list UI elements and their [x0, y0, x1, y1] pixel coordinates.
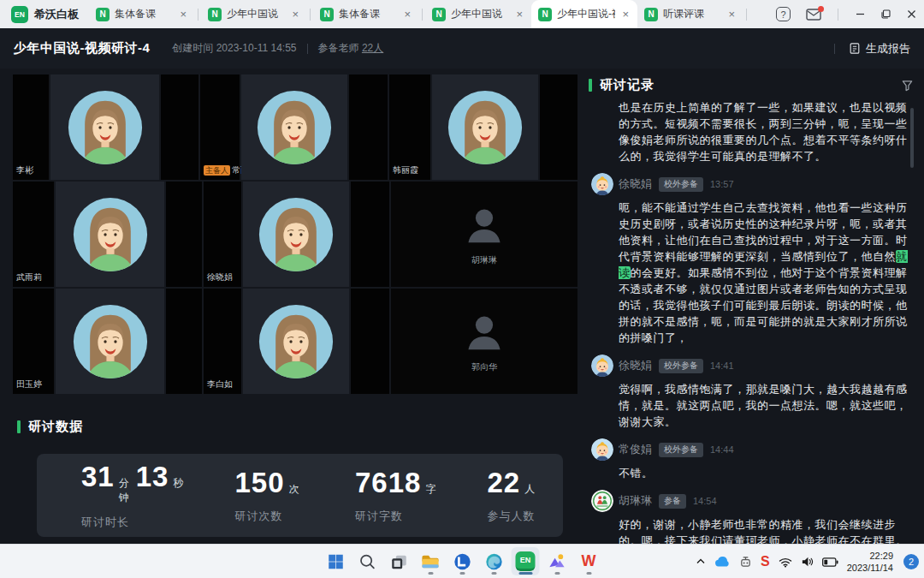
participant-name: 韩丽霞: [393, 164, 418, 176]
stat-unit: 字: [425, 482, 435, 497]
tab-close-icon[interactable]: ×: [290, 8, 300, 21]
participant-name: 胡琳琳: [471, 254, 497, 266]
tab-close-icon[interactable]: ×: [178, 8, 188, 21]
stat-label: 参与人数: [487, 509, 563, 524]
clock[interactable]: 22:29 2023/11/14: [847, 550, 893, 575]
help-icon[interactable]: ?: [776, 7, 791, 21]
video-tile-camera[interactable]: 徐晓娟: [204, 182, 241, 287]
tab-label: 集体备课: [115, 7, 173, 21]
video-tile-camera[interactable]: [166, 289, 202, 394]
message-author: 徐晓娟: [619, 358, 652, 373]
start-taskbar-icon[interactable]: [322, 547, 350, 575]
battery-icon[interactable]: [822, 557, 838, 567]
video-tile-camera[interactable]: [161, 74, 198, 180]
role-badge: 校外参备: [659, 177, 703, 192]
video-tile-camera[interactable]: 田玉婷: [13, 289, 54, 394]
tab-close-icon[interactable]: ×: [514, 8, 524, 21]
photos-app-taskbar-icon[interactable]: [543, 547, 572, 575]
video-tile-avatar[interactable]: [243, 182, 349, 287]
name-text: 武雨莉: [16, 271, 42, 283]
tab-少年中国说[interactable]: N少年中国说×: [201, 0, 307, 28]
video-row: 武雨莉徐晓娟胡琳琳: [13, 182, 578, 287]
volume-icon[interactable]: [801, 556, 814, 568]
tray-expand-icon[interactable]: [696, 557, 706, 567]
stat-label: 研讨次数: [234, 509, 311, 524]
search-taskbar-icon[interactable]: [353, 547, 382, 575]
file-explorer-taskbar-icon[interactable]: [417, 547, 445, 575]
wps-office-taskbar-icon[interactable]: W: [575, 547, 603, 575]
close-button[interactable]: [898, 0, 924, 28]
edge-taskbar-icon[interactable]: [480, 547, 508, 575]
video-tile-avatar[interactable]: [56, 182, 164, 287]
role-badge: 参备: [659, 494, 686, 509]
filter-icon[interactable]: [901, 79, 914, 92]
app-brand[interactable]: EN 希沃白板: [0, 6, 89, 23]
cloud-drive-icon[interactable]: [714, 556, 731, 568]
participant-name: 郭向华: [471, 361, 497, 373]
sogou-input-icon[interactable]: S: [761, 554, 770, 569]
video-tile-avatar[interactable]: [50, 74, 159, 180]
tab-divider: [310, 9, 311, 21]
mail-icon[interactable]: [806, 9, 821, 21]
tab-close-icon[interactable]: ×: [620, 8, 631, 21]
tab-集体备课[interactable]: N集体备课×: [313, 0, 419, 28]
video-tile-avatar[interactable]: [432, 74, 538, 180]
notification-badge[interactable]: 2: [903, 554, 919, 569]
stats-card: 31分钟13秒研讨时长150次研讨次数7618字研讨字数22人参与人数: [37, 454, 563, 537]
video-tile-camera[interactable]: [351, 289, 389, 394]
video-tile-camera[interactable]: [540, 74, 578, 180]
stat-label: 研讨时长: [81, 515, 190, 530]
clock-date: 2023/11/14: [847, 562, 893, 574]
host-badge: 主备人: [204, 165, 230, 176]
running-indicator: [428, 572, 433, 575]
video-tile-avatar[interactable]: [243, 289, 349, 394]
stat-item: 31分钟13秒研讨时长: [37, 461, 190, 530]
user-avatar: [591, 355, 613, 377]
video-tile-camera[interactable]: [351, 182, 389, 287]
video-tile-camera[interactable]: 李白如: [204, 289, 241, 394]
video-tile-camera[interactable]: [349, 74, 388, 180]
name-text: 李白如: [207, 378, 233, 390]
video-tile-camera[interactable]: 主备人常丽霞: [200, 74, 240, 180]
maximize-button[interactable]: [873, 0, 898, 28]
stat-number: 31: [81, 461, 115, 493]
stat-value: 150次: [234, 467, 311, 499]
video-tile-avatar[interactable]: [56, 289, 164, 394]
participants-meta: 参备老师 22人: [318, 41, 384, 56]
tab-favicon-icon: N: [208, 8, 222, 21]
tab-集体备课[interactable]: N集体备课×: [89, 0, 195, 28]
lenovo-app-taskbar-icon[interactable]: [448, 547, 477, 575]
video-tile-avatar[interactable]: [241, 74, 347, 180]
video-tile-camera[interactable]: 李彬: [13, 74, 49, 180]
video-tile-camera[interactable]: [166, 182, 202, 287]
wifi-icon[interactable]: [779, 557, 792, 568]
name-text: 李彬: [16, 164, 33, 176]
tab-favicon-icon: N: [644, 8, 658, 21]
tab-少年中国说-视...[interactable]: N少年中国说-视...×: [531, 0, 637, 28]
message-text: 呃，能不能通过学生自己去查找资料，他也看一些这种历史历史剧呀，或者说历史性的这种…: [619, 200, 914, 346]
seewo-whiteboard-taskbar-icon[interactable]: EN: [512, 547, 540, 575]
video-tile-camera[interactable]: 韩丽霞: [389, 74, 430, 180]
video-tile-offline[interactable]: 胡琳琳: [391, 182, 578, 287]
video-row: 李彬主备人常丽霞韩丽霞: [13, 74, 578, 180]
wps-icon: W: [582, 552, 596, 570]
seewo-logo-icon: EN: [11, 6, 28, 23]
task-view-taskbar-icon[interactable]: [385, 547, 413, 575]
remote-tool-icon[interactable]: [739, 556, 752, 569]
generate-report-button[interactable]: 生成报告: [849, 41, 910, 57]
tab-close-icon[interactable]: ×: [726, 8, 737, 21]
tab-听课评课[interactable]: N听课评课×: [637, 0, 743, 28]
tab-divider: [422, 9, 423, 21]
video-tile-camera[interactable]: 武雨莉: [13, 182, 54, 287]
video-tile-offline[interactable]: 郭向华: [391, 289, 578, 394]
message-body: 常俊娟校外参备14:44不错。: [619, 438, 914, 481]
minimize-button[interactable]: [847, 0, 873, 28]
tab-少年中国说[interactable]: N少年中国说×: [425, 0, 531, 28]
participants-count-link[interactable]: 22人: [362, 42, 383, 54]
green-bar: [589, 79, 592, 92]
tab-close-icon[interactable]: ×: [402, 8, 412, 21]
divider: [834, 44, 835, 54]
stat-value: 31分钟13秒: [81, 461, 190, 505]
titlebar: EN 希沃白板 N集体备课×N少年中国说×N集体备课×N少年中国说×N少年中国说…: [0, 0, 924, 28]
message-header: 常俊娟校外参备14:44: [619, 438, 914, 461]
